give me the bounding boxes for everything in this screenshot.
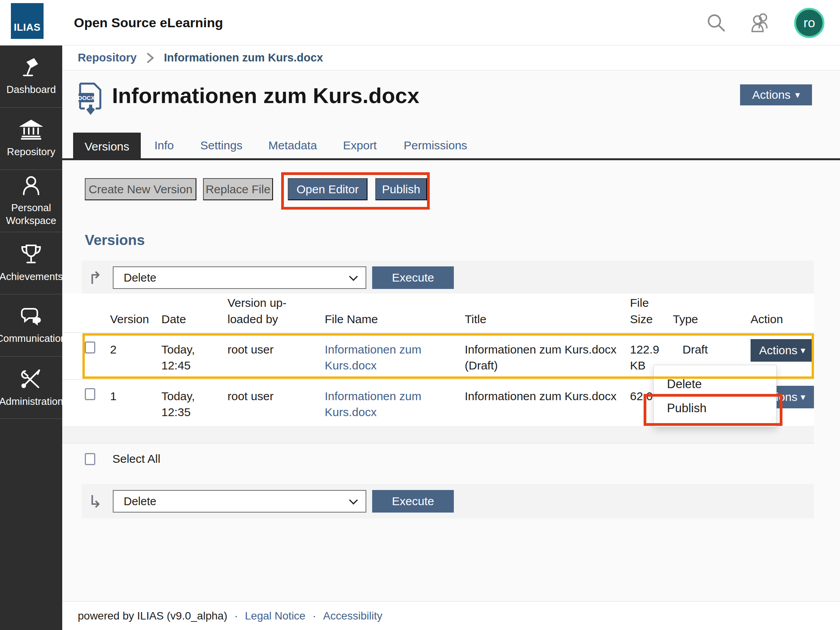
caret-down-icon: ▾ bbox=[795, 90, 800, 100]
select-all-checkbox[interactable] bbox=[85, 453, 95, 465]
caret-down-icon: ▾ bbox=[801, 392, 805, 402]
sidebar-item-label: Communication bbox=[0, 332, 68, 345]
top-bar: ILIAS Open Source eLearning ro bbox=[0, 0, 840, 46]
sidebar-item-dashboard[interactable]: Dashboard bbox=[0, 46, 62, 108]
cell-date: Today, 12:45 bbox=[161, 341, 228, 374]
col-header-type: Type bbox=[673, 311, 751, 327]
bulk-action-select-bottom[interactable]: Delete bbox=[113, 490, 366, 513]
row-checkbox[interactable] bbox=[85, 388, 95, 400]
cell-date: Today, 12:35 bbox=[161, 388, 228, 420]
sidebar-item-achievements[interactable]: Achievements bbox=[0, 232, 62, 294]
file-name-link[interactable]: Informationen zum Kurs.docx bbox=[325, 390, 421, 418]
bulk-action-toolbar-top: ↱ Delete Execute bbox=[82, 261, 814, 295]
open-editor-button[interactable]: Open Editor bbox=[288, 178, 368, 200]
footer-separator: · bbox=[312, 610, 316, 622]
tab-settings[interactable]: Settings bbox=[200, 133, 242, 158]
bulk-action-select-top[interactable]: Delete bbox=[113, 266, 366, 289]
col-header-uploaded-by: Version up-loaded by bbox=[228, 295, 325, 327]
trophy-icon bbox=[20, 243, 42, 265]
row-actions-menu: Delete Publish bbox=[653, 365, 777, 427]
bulk-action-selected: Delete bbox=[124, 495, 156, 508]
tab-label: Info bbox=[154, 139, 174, 152]
sidebar-item-administration[interactable]: Administration bbox=[0, 357, 62, 419]
select-all-label: Select All bbox=[112, 452, 160, 466]
menu-item-delete[interactable]: Delete bbox=[654, 372, 776, 396]
ilias-logo[interactable]: ILIAS bbox=[11, 3, 44, 39]
row-actions-button[interactable]: Actions ▾ bbox=[751, 339, 814, 362]
cell-uploaded-by: root user bbox=[228, 388, 325, 404]
who-is-online-icon[interactable] bbox=[749, 13, 772, 33]
avatar-initials: ro bbox=[803, 15, 815, 30]
col-header-title: Title bbox=[465, 311, 630, 327]
page-title: Informationen zum Kurs.docx bbox=[112, 83, 419, 108]
tab-bar: Versions Info Settings Metadata Export P… bbox=[62, 133, 840, 160]
breadcrumb: Repository Informationen zum Kurs.docx bbox=[62, 46, 840, 70]
col-header-file-size: File Size bbox=[630, 295, 673, 327]
speech-bubbles-icon bbox=[19, 306, 43, 327]
main-content: Repository Informationen zum Kurs.docx D… bbox=[62, 46, 840, 630]
chevron-down-icon bbox=[349, 272, 358, 281]
table-header-row: Version Date Version up-loaded by File N… bbox=[62, 294, 814, 332]
sidebar-item-communication[interactable]: Communication bbox=[0, 294, 62, 357]
accessibility-link[interactable]: Accessibility bbox=[323, 610, 382, 622]
file-name-link[interactable]: Informationen zum Kurs.docx bbox=[325, 343, 421, 372]
tab-label: Metadata bbox=[268, 139, 317, 152]
sidebar-item-personal-workspace[interactable]: Personal Workspace bbox=[0, 170, 62, 232]
person-icon bbox=[21, 175, 42, 196]
tab-export[interactable]: Export bbox=[343, 133, 377, 158]
tab-label: Versions bbox=[84, 140, 129, 153]
versions-heading: Versions bbox=[85, 232, 145, 248]
bulk-action-selected: Delete bbox=[124, 271, 156, 284]
bulk-action-toolbar-bottom: ↳ Delete Execute bbox=[82, 484, 814, 518]
sidebar-item-label: Personal Workspace bbox=[0, 201, 62, 227]
replace-file-button[interactable]: Replace File bbox=[203, 178, 273, 200]
tab-permissions[interactable]: Permissions bbox=[404, 133, 467, 158]
tab-underline bbox=[62, 158, 840, 160]
page-actions-label: Actions bbox=[752, 88, 790, 102]
apply-down-arrow-icon: ↳ bbox=[88, 492, 113, 511]
breadcrumb-repository-link[interactable]: Repository bbox=[78, 51, 136, 64]
execute-button-bottom[interactable]: Execute bbox=[372, 490, 454, 513]
cell-version: 2 bbox=[110, 341, 161, 357]
tab-label: Export bbox=[343, 139, 377, 152]
sidebar-item-repository[interactable]: Repository bbox=[0, 108, 62, 170]
sidebar-item-label: Administration bbox=[0, 395, 65, 408]
chevron-right-icon bbox=[146, 52, 154, 64]
col-header-date: Date bbox=[161, 311, 228, 327]
col-header-action: Action bbox=[751, 311, 814, 327]
institution-icon bbox=[19, 119, 43, 140]
tab-label: Settings bbox=[200, 139, 242, 152]
user-avatar[interactable]: ro bbox=[794, 8, 824, 38]
crossed-tools-icon bbox=[20, 367, 42, 390]
row-checkbox[interactable] bbox=[85, 341, 95, 354]
publish-button[interactable]: Publish bbox=[375, 178, 427, 200]
desk-lamp-icon bbox=[20, 57, 42, 78]
powered-by-text: powered by ILIAS (v9.0_alpha) bbox=[78, 610, 227, 622]
ilias-logo-text: ILIAS bbox=[14, 21, 41, 33]
create-new-version-button[interactable]: Create New Version bbox=[85, 178, 196, 200]
main-sidebar: Dashboard Repository Personal Workspace bbox=[0, 46, 62, 630]
page-actions-button[interactable]: Actions ▾ bbox=[740, 84, 812, 105]
menu-item-publish[interactable]: Publish bbox=[654, 396, 776, 420]
col-header-file-name: File Name bbox=[325, 311, 465, 327]
tab-info[interactable]: Info bbox=[154, 133, 174, 158]
app-title: Open Source eLearning bbox=[74, 0, 223, 46]
cell-title: Informationen zum Kurs.docx (Draft) bbox=[465, 341, 630, 374]
search-icon[interactable] bbox=[706, 13, 726, 33]
tab-versions[interactable]: Versions bbox=[73, 133, 141, 160]
sidebar-item-label: Dashboard bbox=[4, 83, 58, 96]
sidebar-item-label: Repository bbox=[5, 145, 58, 158]
apply-up-arrow-icon: ↱ bbox=[88, 268, 113, 288]
tab-label: Permissions bbox=[404, 139, 467, 152]
footer-separator: · bbox=[234, 610, 238, 622]
cell-title: Informationen zum Kurs.docx bbox=[465, 388, 630, 404]
row-actions-label: Actions bbox=[759, 344, 797, 357]
execute-button-top[interactable]: Execute bbox=[372, 266, 454, 289]
docx-icon-label: DOCX bbox=[78, 94, 94, 101]
caret-down-icon: ▾ bbox=[801, 346, 805, 355]
chevron-down-icon bbox=[349, 496, 358, 505]
legal-notice-link[interactable]: Legal Notice bbox=[245, 610, 306, 622]
breadcrumb-current: Informationen zum Kurs.docx bbox=[164, 51, 323, 64]
sidebar-item-label: Achievements bbox=[0, 270, 65, 283]
tab-metadata[interactable]: Metadata bbox=[268, 133, 317, 158]
